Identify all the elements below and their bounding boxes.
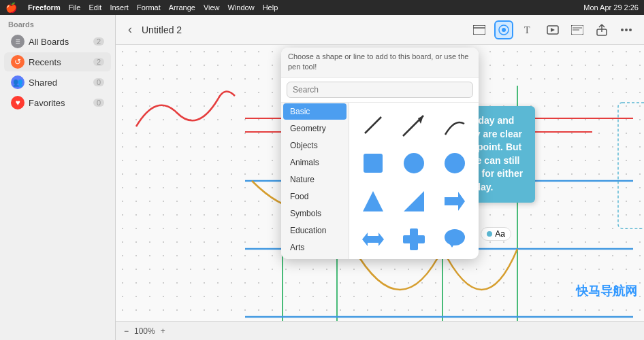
menu-bar-time: Mon Apr 29 2:26 bbox=[583, 3, 639, 12]
window-icon-btn[interactable] bbox=[470, 20, 489, 39]
shapes-category-geometry[interactable]: Geometry bbox=[283, 120, 347, 137]
svg-rect-36 bbox=[403, 235, 425, 243]
main-area: ‹ Untitled 2 bbox=[116, 15, 644, 340]
shapes-body: BasicGeometryObjectsAnimalsNatureFoodSym… bbox=[281, 103, 479, 259]
app-layout: Boards ≡ All Boards 2 ↺ Recents 2 👥 Shar… bbox=[0, 15, 644, 340]
canvas-area[interactable]: Choose a shape or line to add to this bo… bbox=[116, 45, 644, 321]
svg-marker-34 bbox=[362, 233, 384, 246]
menu-items: FileEditInsertFormatArrangeViewWindowHel… bbox=[69, 3, 278, 12]
svg-point-12 bbox=[625, 29, 628, 31]
shape-arrow-line[interactable] bbox=[396, 108, 432, 142]
shape-speech-bubble[interactable] bbox=[436, 222, 473, 256]
menu-item-format[interactable]: Format bbox=[137, 3, 161, 12]
svg-marker-38 bbox=[449, 243, 455, 248]
svg-line-25 bbox=[365, 117, 381, 133]
shapes-search bbox=[281, 78, 479, 103]
back-button[interactable]: ‹ bbox=[124, 21, 136, 38]
shape-diagonal-line1[interactable] bbox=[355, 108, 391, 142]
shapes-category-arts[interactable]: Arts bbox=[283, 239, 347, 256]
recents-count: 2 bbox=[93, 58, 104, 66]
sidebar: Boards ≡ All Boards 2 ↺ Recents 2 👥 Shar… bbox=[0, 15, 116, 340]
svg-point-11 bbox=[621, 29, 624, 31]
all-boards-icon: ≡ bbox=[11, 35, 25, 48]
svg-marker-31 bbox=[363, 191, 383, 211]
favorites-label: Favorites bbox=[29, 98, 93, 108]
app-name[interactable]: Freeform bbox=[28, 3, 61, 12]
sidebar-item-favorites[interactable]: ♥ Favorites 0 bbox=[4, 93, 111, 112]
menu-item-view[interactable]: View bbox=[204, 3, 220, 12]
shapes-category-science[interactable]: Science bbox=[283, 256, 347, 259]
media-tool-btn[interactable] bbox=[543, 20, 562, 39]
sidebar-title: Boards bbox=[0, 15, 115, 31]
menu-item-insert[interactable]: Insert bbox=[110, 3, 129, 12]
bottom-bar: − 100% + bbox=[116, 321, 644, 340]
favorites-count: 0 bbox=[93, 99, 104, 107]
shapes-grid bbox=[349, 103, 479, 259]
shape-square[interactable] bbox=[355, 146, 391, 180]
text-indicator-label: Aa bbox=[495, 229, 505, 239]
menu-item-help[interactable]: Help bbox=[263, 3, 278, 12]
text-dot bbox=[487, 231, 492, 237]
menu-item-file[interactable]: File bbox=[69, 3, 81, 12]
shape-circle2[interactable] bbox=[436, 146, 473, 180]
link-tool-btn[interactable] bbox=[568, 20, 587, 39]
svg-marker-27 bbox=[418, 116, 423, 124]
menu-bar: 🍎 Freeform FileEditInsertFormatArrangeVi… bbox=[0, 0, 644, 15]
sidebar-item-recents[interactable]: ↺ Recents 2 bbox=[4, 52, 111, 71]
shape-curved-line[interactable] bbox=[436, 108, 473, 142]
svg-point-13 bbox=[629, 29, 632, 31]
svg-point-29 bbox=[404, 153, 424, 173]
menu-item-window[interactable]: Window bbox=[228, 3, 255, 12]
text-indicator[interactable]: Aa bbox=[481, 227, 511, 241]
shapes-categories: BasicGeometryObjectsAnimalsNatureFoodSym… bbox=[281, 103, 349, 259]
svg-marker-33 bbox=[445, 192, 465, 211]
shared-label: Shared bbox=[29, 78, 93, 88]
shapes-tool-btn[interactable] bbox=[494, 20, 513, 39]
shapes-category-symbols[interactable]: Symbols bbox=[283, 205, 347, 222]
favorites-icon: ♥ bbox=[11, 96, 25, 109]
svg-text:T: T bbox=[524, 25, 530, 35]
zoom-display: 100% bbox=[134, 326, 155, 336]
zoom-plus-btn[interactable]: + bbox=[161, 326, 165, 336]
recents-label: Recents bbox=[29, 57, 93, 67]
shapes-category-basic[interactable]: Basic bbox=[283, 103, 347, 120]
shape-right-triangle[interactable] bbox=[396, 184, 432, 218]
shapes-panel: Choose a shape or line to add to this bo… bbox=[281, 48, 479, 259]
shared-icon: 👥 bbox=[11, 75, 25, 89]
shapes-category-objects[interactable]: Objects bbox=[283, 137, 347, 154]
menu-item-arrange[interactable]: Arrange bbox=[169, 3, 195, 12]
all-boards-label: All Boards bbox=[29, 37, 93, 47]
shared-count: 0 bbox=[93, 78, 104, 86]
shapes-category-animals[interactable]: Animals bbox=[283, 154, 347, 171]
text-tool-btn[interactable]: T bbox=[519, 20, 538, 39]
svg-marker-6 bbox=[551, 28, 555, 32]
shape-triangle[interactable] bbox=[355, 184, 391, 218]
shape-double-arrow[interactable] bbox=[355, 222, 391, 256]
svg-rect-28 bbox=[364, 154, 383, 173]
shape-arrow-right[interactable] bbox=[436, 184, 473, 218]
svg-rect-0 bbox=[473, 25, 485, 35]
menu-item-edit[interactable]: Edit bbox=[88, 3, 101, 12]
recents-icon: ↺ bbox=[11, 55, 25, 69]
more-button[interactable] bbox=[617, 20, 636, 39]
shapes-search-input[interactable] bbox=[287, 82, 473, 98]
svg-point-30 bbox=[445, 153, 465, 173]
svg-rect-24 bbox=[618, 103, 644, 228]
document-title[interactable]: Untitled 2 bbox=[142, 24, 182, 35]
sidebar-item-shared[interactable]: 👥 Shared 0 bbox=[4, 73, 111, 92]
svg-point-3 bbox=[502, 28, 506, 32]
toolbar: ‹ Untitled 2 bbox=[116, 15, 644, 45]
share-button[interactable] bbox=[592, 20, 611, 39]
sidebar-item-all-boards[interactable]: ≡ All Boards 2 bbox=[4, 32, 111, 51]
shapes-category-food[interactable]: Food bbox=[283, 188, 347, 205]
shape-circle[interactable] bbox=[396, 146, 432, 180]
shape-cross[interactable] bbox=[396, 222, 432, 256]
zoom-minus-btn[interactable]: − bbox=[124, 326, 129, 336]
shapes-category-education[interactable]: Education bbox=[283, 222, 347, 239]
toolbar-icons: T bbox=[470, 20, 636, 39]
shapes-category-nature[interactable]: Nature bbox=[283, 171, 347, 188]
apple-menu[interactable]: 🍎 bbox=[5, 2, 17, 13]
menu-bar-right: Mon Apr 29 2:26 bbox=[583, 3, 639, 12]
shapes-tooltip: Choose a shape or line to add to this bo… bbox=[281, 48, 479, 78]
svg-marker-32 bbox=[404, 191, 424, 211]
